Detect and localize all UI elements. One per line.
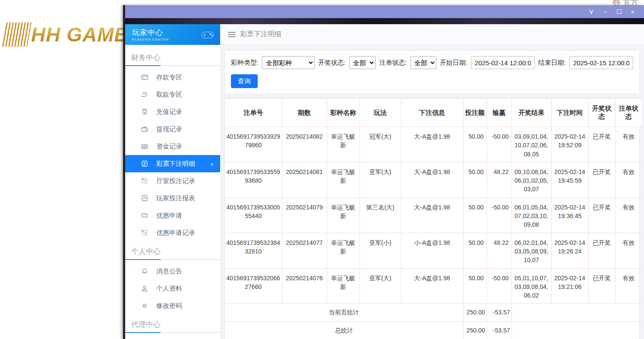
sidebar-subtitle: PLAYERS CENTER [132,38,169,41]
window-dropdown-button[interactable]: ∨ [584,5,598,18]
sidebar-item-label: 充值记录 [156,108,182,116]
summary-row: 总统计 250.00 -53.57 [225,321,642,339]
end-date-label: 结束日期: [538,59,566,67]
column-header: 开奖结果 [511,99,551,127]
order-status-select[interactable]: 全部 [410,56,436,69]
coupon-records-icon [141,228,149,237]
table-cell: 401569173953238432810 [225,233,282,268]
sidebar-item-withdraw-zone[interactable]: 取款专区 [125,86,220,103]
table-cell: 有效 [615,233,642,268]
table-cell: 幸运飞艇新 [327,127,360,162]
sidebar-title: 玩家中心 [132,28,169,38]
summary-winloss-total: -53.57 [486,304,511,321]
lottery-type-label: 彩种类型: [231,59,259,67]
column-header: 注单状态 [615,99,642,127]
table-row: 40156917395339297986020250214082幸运飞艇新冠军(… [225,127,642,162]
sidebar-item-funds-record[interactable]: 资金记录 [125,138,220,155]
funds-icon [141,142,149,151]
main-panel: 彩票下注明细 彩种类型: 全部彩种 开奖状态: 全部 注单状态: [220,24,644,339]
window-minimize-button[interactable]: − [598,5,612,18]
section-title: 代理中心 [125,314,220,332]
sidebar-item-messages[interactable]: 消息公告 [125,263,220,280]
hh-game-logo: HH GAME [4,22,128,47]
sidebar-item-profile[interactable]: 个人资料 [125,280,220,297]
summary-bet-total: 250.00 [463,321,486,339]
sidebar-item-label: 修改密码 [156,302,182,310]
table-cell: 冠军(大) [360,127,401,162]
table-cell: 50.00 [463,268,486,304]
query-button[interactable]: 查询 [231,74,258,88]
players-center-header: 玩家中心 PLAYERS CENTER [125,24,220,45]
summary-label: 总统计 [225,321,463,339]
table-cell: 401569173953355993680 [225,162,282,197]
table-cell: 幸运飞艇新 [327,268,360,304]
sidebar-item-label: 彩票下注明细 [156,160,195,168]
table-cell: 48.22 [486,233,511,268]
window-titlebar: ∨ − × [125,5,644,18]
section-title: 个人中心 [125,241,220,259]
report-chart-icon [141,194,149,203]
table-cell: 06,01,05,04,07,02,03,10,09,08 [511,197,551,233]
window-close-button[interactable]: × [626,5,640,18]
sidebar-item-label: 优惠申请记录 [156,229,195,237]
hamburger-icon[interactable] [228,32,236,38]
bet-table-card: 注单号期数彩种名称玩法下注信息投注额输赢开奖结果下注时间开奖状态注单状态 401… [224,98,640,339]
table-cell: 有效 [615,197,642,233]
bet-detail-icon [141,159,149,168]
logo-text: HH GAME [31,23,128,46]
table-cell: 50.00 [463,162,486,197]
table-cell: 20250214082 [282,127,327,162]
table-cell: 09,10,08,04,06,01,02,05,03,07 [511,162,551,197]
column-header: 下注信息 [401,99,463,127]
hall-records-icon [141,177,149,185]
wallet-icon [141,125,149,133]
table-cell: 20250214079 [282,197,327,233]
table-cell: 大-A盘@1.98 [401,197,463,233]
table-cell: 2025-02-14 19:52:09 [551,127,588,162]
table-cell: 48.22 [486,162,511,197]
table-cell: 50.00 [463,197,486,233]
end-date-input[interactable] [569,56,633,69]
sidebar-item-recharge-record[interactable]: 充值记录 [125,103,220,120]
table-cell: 幸运飞艇新 [327,197,360,233]
sidebar-item-label: 玩家投注报表 [156,194,195,203]
table-cell: 已开奖 [588,197,615,233]
table-cell: 大-A盘@1.98 [401,268,463,304]
summary-label: 当前页统计 [225,304,463,321]
table-cell: 大-A盘@1.98 [401,127,463,162]
table-cell: 亚军(大) [360,162,401,197]
table-row: 40156917395323843281020250214077幸运飞艇新亚军(… [225,233,642,268]
sidebar-item-change-password[interactable]: 修改密码 [125,297,220,314]
lottery-type-select[interactable]: 全部彩种 [262,56,314,69]
table-cell: -50.00 [486,197,511,233]
chevron-right-icon: › [211,159,213,168]
sidebar-item-promo-apply[interactable]: 优惠申请 [125,207,220,224]
sidebar-item-promo-apply-record[interactable]: 优惠申请记录 [125,224,220,241]
table-cell: 亚军(大) [360,268,401,304]
table-cell: -50.00 [486,127,511,162]
section-title: 财务中心 [125,48,220,65]
draw-status-select[interactable]: 全部 [349,56,376,69]
table-row: 40156917395335599368020250214081幸运飞艇新亚军(… [225,162,642,197]
sidebar-item-hall-bet-record[interactable]: 厅室投注记录 [125,172,220,190]
column-header: 开奖状态 [588,99,615,127]
sidebar-item-label: 存款专区 [156,73,182,82]
start-date-input[interactable] [471,56,535,69]
table-cell: 已开奖 [588,127,615,162]
column-header: 彩种名称 [327,99,360,127]
summary-empty-cell [511,304,642,321]
sidebar-item-label: 消息公告 [156,267,182,276]
sidebar-item-label: 取款专区 [156,91,182,99]
person-icon [141,284,149,293]
column-header: 投注额 [463,99,486,127]
sidebar-item-lottery-bet-detail[interactable]: 彩票下注明细 › [125,155,220,172]
sidebar-item-withdraw-record[interactable]: 提现记录 [125,120,220,138]
window-maximize-button[interactable] [612,5,626,18]
sidebar-item-player-bet-report[interactable]: 玩家投注报表 [125,190,220,207]
section-divider [125,332,220,333]
start-date-label: 开始日期: [440,59,467,67]
sidebar-item-deposit-zone[interactable]: 存款专区 [125,69,220,86]
maximize-icon [617,10,622,14]
section-divider [125,65,220,66]
moneybag-icon [141,108,149,116]
